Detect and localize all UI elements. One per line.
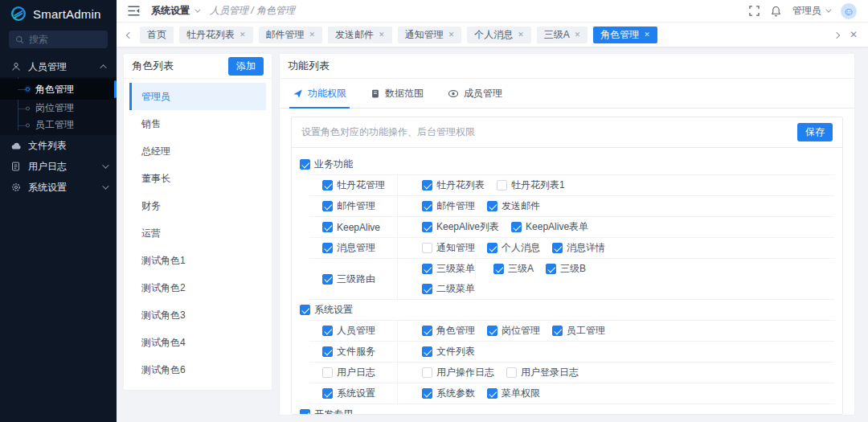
sidebar-item-user-logs[interactable]: 用户日志: [0, 156, 117, 177]
close-icon[interactable]: ✕: [309, 31, 316, 39]
checkbox-unchecked[interactable]: [506, 367, 517, 378]
permission-checkbox-item[interactable]: 开发专用: [300, 408, 353, 414]
page-tab[interactable]: 首页: [140, 27, 174, 43]
search-input[interactable]: [29, 34, 101, 45]
add-role-button[interactable]: 添加: [228, 57, 264, 76]
tabs-close-icon[interactable]: ✕: [847, 29, 860, 40]
checkbox-checked[interactable]: [546, 264, 556, 274]
role-list-item[interactable]: 测试角色2: [129, 274, 266, 301]
sidebar-item-personnel[interactable]: 人员管理: [0, 56, 117, 77]
role-list-item[interactable]: 运营: [129, 219, 266, 247]
close-icon[interactable]: ✕: [379, 31, 385, 39]
checkbox-checked[interactable]: [422, 284, 432, 294]
checkbox-unchecked[interactable]: [322, 367, 333, 378]
permission-checkbox-item[interactable]: 用户登录日志: [506, 366, 579, 379]
bell-icon[interactable]: [771, 6, 781, 17]
sidebar-item-post-management[interactable]: 岗位管理: [0, 100, 117, 117]
panel-tab[interactable]: 成员管理: [448, 79, 502, 108]
role-list-item[interactable]: 测试角色3: [129, 301, 266, 329]
permission-checkbox-item[interactable]: KeepAlive表单: [511, 220, 588, 234]
checkbox-checked[interactable]: [322, 180, 333, 191]
tabs-scroll-right-icon[interactable]: [832, 29, 841, 40]
permission-checkbox-item[interactable]: 系统参数: [422, 387, 475, 400]
checkbox-checked[interactable]: [322, 222, 333, 232]
checkbox-checked[interactable]: [422, 222, 432, 232]
checkbox-checked[interactable]: [487, 326, 497, 336]
permission-checkbox-item[interactable]: 系统设置: [322, 387, 375, 400]
app-logo[interactable]: SmartAdmin: [0, 0, 117, 26]
role-list-item[interactable]: 测试角色4: [129, 329, 266, 356]
permission-checkbox-item[interactable]: 用户操作日志: [422, 366, 494, 379]
permission-checkbox-item[interactable]: 系统设置: [300, 303, 353, 317]
checkbox-checked[interactable]: [322, 388, 333, 399]
permission-checkbox-item[interactable]: 牡丹花列表: [422, 178, 485, 192]
role-list-item[interactable]: 董事长: [129, 165, 266, 192]
checkbox-checked[interactable]: [322, 243, 333, 253]
permission-checkbox-item[interactable]: 通知管理: [422, 241, 475, 255]
sidebar-item-role-management[interactable]: 角色管理: [0, 79, 117, 100]
checkbox-checked[interactable]: [511, 222, 522, 232]
permission-checkbox-item[interactable]: 角色管理: [422, 324, 475, 338]
sidebar-item-file-list[interactable]: 文件列表: [0, 135, 117, 156]
checkbox-unchecked[interactable]: [497, 180, 507, 191]
fullscreen-icon[interactable]: [749, 6, 760, 16]
permission-checkbox-item[interactable]: 文件列表: [422, 345, 475, 358]
permission-checkbox-item[interactable]: 牡丹花列表1: [497, 178, 565, 192]
role-list-item[interactable]: 财务: [129, 192, 266, 219]
checkbox-checked[interactable]: [493, 264, 504, 274]
role-list-item[interactable]: 测试角色1: [129, 247, 266, 274]
checkbox-checked[interactable]: [487, 201, 497, 211]
permission-checkbox-item[interactable]: 岗位管理: [487, 324, 540, 338]
page-tab[interactable]: 邮件管理✕: [259, 27, 323, 43]
permission-checkbox-item[interactable]: KeepAlive: [322, 222, 380, 233]
role-list-item[interactable]: 销售: [129, 110, 266, 137]
checkbox-checked[interactable]: [487, 388, 497, 399]
permission-checkbox-item[interactable]: 发送邮件: [487, 199, 540, 213]
tabs-scroll-left-icon[interactable]: [125, 29, 134, 40]
panel-tab[interactable]: 功能权限: [293, 79, 346, 108]
role-list-item[interactable]: 管理员: [129, 83, 266, 110]
page-tab[interactable]: 三级A✕: [537, 27, 588, 43]
checkbox-checked[interactable]: [422, 388, 432, 399]
checkbox-unchecked[interactable]: [422, 243, 432, 253]
permission-checkbox-item[interactable]: 消息详情: [552, 241, 605, 255]
permission-checkbox-item[interactable]: 邮件管理: [422, 199, 475, 213]
permission-checkbox-item[interactable]: 业务功能: [300, 158, 353, 171]
checkbox-checked[interactable]: [422, 346, 432, 357]
permission-checkbox-item[interactable]: 邮件管理: [322, 199, 375, 213]
save-button[interactable]: 保存: [797, 123, 833, 141]
checkbox-checked[interactable]: [322, 201, 333, 211]
permission-checkbox-item[interactable]: 三级路由: [322, 272, 375, 286]
checkbox-checked[interactable]: [552, 243, 563, 253]
role-list-item[interactable]: 测试角色6: [129, 356, 266, 383]
page-tab[interactable]: 个人消息✕: [467, 27, 531, 43]
close-icon[interactable]: ✕: [644, 31, 650, 39]
user-menu[interactable]: 管理员: [792, 4, 829, 18]
checkbox-checked[interactable]: [422, 264, 432, 274]
checkbox-checked[interactable]: [322, 274, 333, 285]
panel-tab[interactable]: 数据范围: [371, 79, 424, 108]
sidebar-item-system-settings[interactable]: 系统设置: [0, 177, 117, 198]
permission-checkbox-item[interactable]: 文件服务: [322, 345, 375, 358]
checkbox-checked[interactable]: [422, 326, 432, 336]
permission-checkbox-item[interactable]: 二级菜单: [422, 282, 475, 296]
checkbox-checked[interactable]: [552, 326, 563, 336]
permission-checkbox-item[interactable]: KeepAlive列表: [422, 220, 499, 234]
sidebar-search[interactable]: [9, 31, 108, 48]
page-tab[interactable]: 通知管理✕: [398, 27, 462, 43]
permission-checkbox-item[interactable]: 人员管理: [322, 324, 375, 338]
checkbox-checked[interactable]: [300, 409, 310, 414]
permission-checkbox-item[interactable]: 三级A: [493, 262, 534, 276]
checkbox-unchecked[interactable]: [422, 367, 432, 378]
close-icon[interactable]: ✕: [240, 31, 246, 39]
sidebar-item-employee-management[interactable]: 员工管理: [0, 117, 117, 133]
permission-checkbox-item[interactable]: 三级B: [546, 262, 586, 276]
checkbox-checked[interactable]: [322, 346, 333, 357]
page-tab[interactable]: 角色管理✕: [593, 27, 657, 43]
menu-fold-icon[interactable]: [128, 6, 140, 16]
page-tab[interactable]: 牡丹花列表✕: [179, 27, 253, 43]
checkbox-checked[interactable]: [322, 326, 333, 336]
permission-checkbox-item[interactable]: 三级菜单: [422, 262, 475, 276]
page-tab[interactable]: 发送邮件✕: [328, 27, 392, 43]
permission-checkbox-item[interactable]: 个人消息: [487, 241, 540, 255]
